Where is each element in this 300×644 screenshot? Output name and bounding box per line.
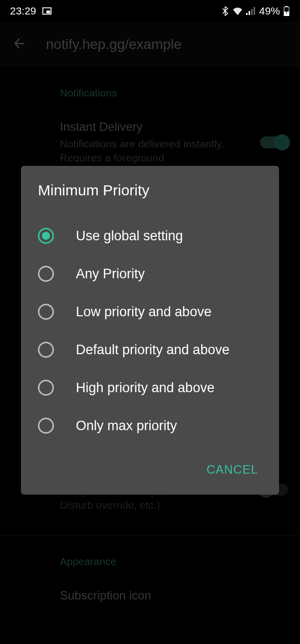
cancel-button[interactable]: CANCEL (203, 457, 262, 483)
wifi-icon (232, 6, 243, 15)
status-time: 23:29 (10, 5, 36, 17)
radio-option-default[interactable]: Default priority and above (38, 331, 262, 369)
radio-icon (38, 266, 54, 282)
radio-selected-icon (38, 228, 54, 244)
radio-option-max[interactable]: Only max priority (38, 407, 262, 445)
radio-label: Use global setting (76, 228, 183, 244)
svg-rect-2 (246, 13, 248, 15)
dialog-minimum-priority: Minimum Priority Use global setting Any … (21, 166, 279, 495)
dialog-title: Minimum Priority (38, 182, 262, 199)
bluetooth-icon (221, 6, 229, 16)
radio-option-global[interactable]: Use global setting (38, 217, 262, 255)
radio-icon (38, 380, 54, 396)
radio-option-any[interactable]: Any Priority (38, 255, 262, 293)
picture-in-picture-icon (41, 5, 52, 16)
status-bar: 23:29 49% (0, 0, 300, 22)
radio-label: Low priority and above (76, 304, 212, 320)
svg-rect-3 (249, 11, 250, 15)
radio-label: Only max priority (76, 418, 177, 434)
svg-rect-5 (254, 7, 255, 15)
radio-icon (38, 418, 54, 434)
svg-rect-4 (251, 9, 253, 15)
signal-icon (246, 7, 256, 15)
radio-label: Default priority and above (76, 342, 230, 358)
radio-icon (38, 342, 54, 358)
radio-label: High priority and above (76, 380, 215, 396)
svg-rect-1 (46, 10, 50, 13)
radio-option-high[interactable]: High priority and above (38, 369, 262, 407)
radio-icon (38, 304, 54, 320)
battery-percent: 49% (259, 5, 280, 17)
radio-option-low[interactable]: Low priority and above (38, 293, 262, 331)
battery-icon (283, 6, 290, 16)
radio-label: Any Priority (76, 266, 145, 282)
